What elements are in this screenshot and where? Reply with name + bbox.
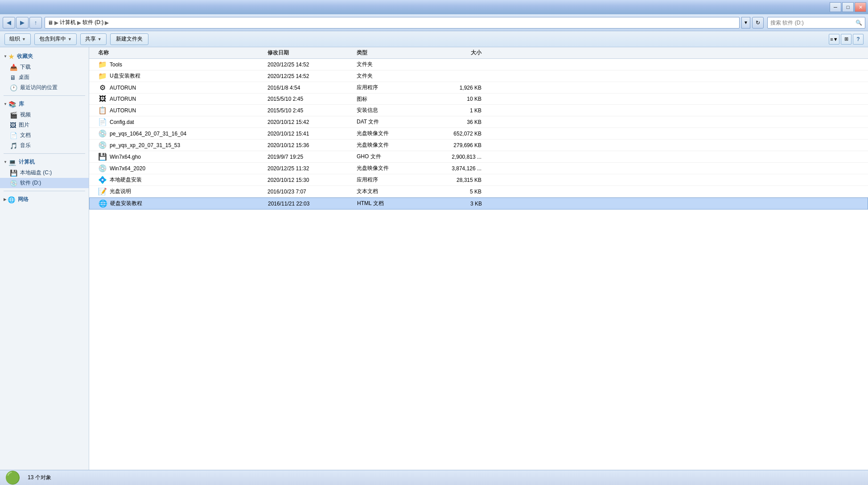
- address-part-drive[interactable]: 软件 (D:): [82, 19, 103, 26]
- sidebar: ▼ ★ 收藏夹 📥 下载 🖥 桌面 🕐 最近访问的位置 ▼ 📚: [0, 47, 89, 470]
- sidebar-item-desktop[interactable]: 🖥 桌面: [0, 72, 89, 82]
- table-row[interactable]: 🌐 硬盘安装教程 2016/11/21 22:03 HTML 文档 3 KB: [89, 197, 868, 210]
- file-date-cell: 2016/10/23 7:07: [267, 189, 357, 195]
- file-date-cell: 2020/10/12 15:30: [267, 177, 357, 183]
- sidebar-item-drive-c[interactable]: 💾 本地磁盘 (C:): [0, 168, 89, 178]
- close-button[interactable]: ✕: [855, 2, 866, 12]
- docs-label: 文档: [20, 132, 31, 139]
- table-row[interactable]: 💠 本地硬盘安装 2020/10/12 15:30 应用程序 28,315 KB: [89, 174, 868, 186]
- file-name-cell: ⚙ AUTORUN: [89, 83, 267, 92]
- table-row[interactable]: ⚙ AUTORUN 2016/1/8 4:54 应用程序 1,926 KB: [89, 82, 868, 94]
- file-size-cell: 1 KB: [428, 107, 490, 114]
- file-name-cell: 🌐 硬盘安装教程: [90, 199, 268, 208]
- sidebar-section-library: ▼ 📚 库 🎬 视频 🖼 图片 📄 文档 🎵 音乐: [0, 99, 89, 151]
- table-row[interactable]: 💿 pe_yqs_xp_20_07_31_15_53 2020/10/12 15…: [89, 140, 868, 151]
- address-dropdown-button[interactable]: ▼: [741, 17, 750, 29]
- library-label: 库: [19, 100, 24, 108]
- file-type-cell: 应用程序: [357, 84, 428, 91]
- drive-d-icon: 💿: [10, 180, 17, 187]
- search-icon: 🔍: [856, 20, 862, 26]
- collapse-arrow-network: ▶: [4, 197, 6, 201]
- table-row[interactable]: 📁 Tools 2020/12/25 14:52 文件夹: [89, 59, 868, 70]
- file-date-cell: 2020/12/25 14:52: [267, 62, 357, 68]
- library-icon: 📚: [8, 101, 16, 108]
- minimize-button[interactable]: ─: [830, 2, 841, 12]
- computer-label: 计算机: [19, 158, 35, 166]
- file-icon: 📁: [98, 72, 107, 80]
- actionbar: 组织 ▼ 包含到库中 ▼ 共享 ▼ 新建文件夹 ≡▼ ⊞ ?: [0, 31, 868, 47]
- file-type-cell: HTML 文档: [357, 200, 428, 207]
- file-name: 硬盘安装教程: [110, 200, 142, 207]
- sidebar-section-header-favorites[interactable]: ▼ ★ 收藏夹: [0, 51, 89, 62]
- file-name: Config.dat: [110, 119, 134, 125]
- col-header-type[interactable]: 类型: [357, 49, 428, 57]
- filelist: 名称 修改日期 类型 大小 📁 Tools 2020/12/25 14:52 文…: [89, 47, 868, 470]
- music-icon: 🎵: [10, 142, 17, 149]
- help-button[interactable]: ?: [853, 34, 864, 45]
- status-icon: 🟢: [4, 471, 21, 485]
- drive-c-label: 本地磁盘 (C:): [20, 169, 52, 177]
- share-label: 共享: [85, 35, 96, 43]
- up-button[interactable]: ↑: [29, 17, 42, 29]
- file-icon: ⚙: [98, 83, 107, 92]
- search-input[interactable]: [770, 20, 856, 26]
- sidebar-item-drive-d[interactable]: 💿 软件 (D:): [0, 178, 89, 188]
- table-row[interactable]: 📝 光盘说明 2016/10/23 7:07 文本文档 5 KB: [89, 186, 868, 197]
- sidebar-divider-2: [4, 153, 85, 154]
- back-button[interactable]: ◀: [3, 17, 15, 29]
- sidebar-divider-3: [4, 191, 85, 191]
- table-row[interactable]: 💾 Win7x64.gho 2019/9/7 19:25 GHO 文件 2,90…: [89, 151, 868, 163]
- file-name-cell: 📁 U盘安装教程: [89, 72, 267, 80]
- address-part-computer[interactable]: 计算机: [60, 19, 76, 26]
- sidebar-item-docs[interactable]: 📄 文档: [0, 130, 89, 140]
- include-library-chevron: ▼: [68, 37, 72, 41]
- col-header-name[interactable]: 名称: [89, 49, 267, 57]
- forward-button[interactable]: ▶: [16, 17, 29, 29]
- new-folder-button[interactable]: 新建文件夹: [110, 33, 148, 45]
- address-bar: 🖥 ▶ 计算机 ▶ 软件 (D:) ▶: [45, 17, 740, 29]
- preview-pane-button[interactable]: ⊞: [841, 34, 852, 45]
- sidebar-divider-1: [4, 95, 85, 96]
- table-row[interactable]: 💿 pe_yqs_1064_20_07_31_16_04 2020/10/12 …: [89, 128, 868, 140]
- sidebar-section-header-library[interactable]: ▼ 📚 库: [0, 99, 89, 110]
- file-date-cell: 2020/10/12 15:41: [267, 131, 357, 137]
- sidebar-item-image[interactable]: 🖼 图片: [0, 120, 89, 130]
- collapse-arrow-favorites: ▼: [4, 54, 7, 58]
- file-icon: 📄: [98, 118, 107, 126]
- view-toggle-button[interactable]: ≡▼: [829, 34, 839, 45]
- file-name-cell: 📋 AUTORUN: [89, 106, 267, 115]
- sidebar-section-network: ▶ 🌐 网络: [0, 194, 89, 205]
- file-name-cell: 📁 Tools: [89, 60, 267, 69]
- include-library-button[interactable]: 包含到库中 ▼: [34, 33, 77, 45]
- sidebar-section-favorites: ▼ ★ 收藏夹 📥 下载 🖥 桌面 🕐 最近访问的位置: [0, 51, 89, 93]
- sidebar-section-header-computer[interactable]: ▼ 💻 计算机: [0, 156, 89, 168]
- table-row[interactable]: 📁 U盘安装教程 2020/12/25 14:52 文件夹: [89, 70, 868, 82]
- file-date-cell: 2019/9/7 19:25: [267, 154, 357, 160]
- maximize-button[interactable]: □: [842, 2, 854, 12]
- search-box: 🔍: [767, 17, 865, 29]
- file-name: AUTORUN: [110, 107, 136, 114]
- file-size-cell: 1,926 KB: [428, 85, 490, 91]
- organize-chevron: ▼: [22, 37, 26, 41]
- docs-icon: 📄: [10, 132, 17, 139]
- desktop-label: 桌面: [19, 74, 29, 81]
- file-size-cell: 3,874,126 ...: [428, 165, 490, 172]
- table-row[interactable]: 📋 AUTORUN 2015/5/10 2:45 安装信息 1 KB: [89, 105, 868, 116]
- file-type-cell: 文件夹: [357, 72, 428, 80]
- sidebar-item-download[interactable]: 📥 下载: [0, 62, 89, 72]
- file-type-cell: 安装信息: [357, 107, 428, 114]
- col-header-date[interactable]: 修改日期: [267, 49, 357, 57]
- share-button[interactable]: 共享 ▼: [80, 33, 107, 45]
- table-row[interactable]: 💿 Win7x64_2020 2020/12/25 11:32 光盘映像文件 3…: [89, 163, 868, 174]
- sidebar-item-video[interactable]: 🎬 视频: [0, 110, 89, 120]
- col-header-size[interactable]: 大小: [428, 49, 490, 57]
- table-row[interactable]: 🖼 AUTORUN 2015/5/10 2:45 图标 10 KB: [89, 94, 868, 105]
- sidebar-item-recent[interactable]: 🕐 最近访问的位置: [0, 82, 89, 93]
- image-icon: 🖼: [10, 122, 16, 129]
- refresh-button[interactable]: ↻: [752, 17, 764, 29]
- table-row[interactable]: 📄 Config.dat 2020/10/12 15:42 DAT 文件 36 …: [89, 116, 868, 128]
- sidebar-section-header-network[interactable]: ▶ 🌐 网络: [0, 194, 89, 205]
- sidebar-item-music[interactable]: 🎵 音乐: [0, 140, 89, 151]
- organize-button[interactable]: 组织 ▼: [4, 33, 31, 45]
- file-name: pe_yqs_1064_20_07_31_16_04: [110, 131, 186, 137]
